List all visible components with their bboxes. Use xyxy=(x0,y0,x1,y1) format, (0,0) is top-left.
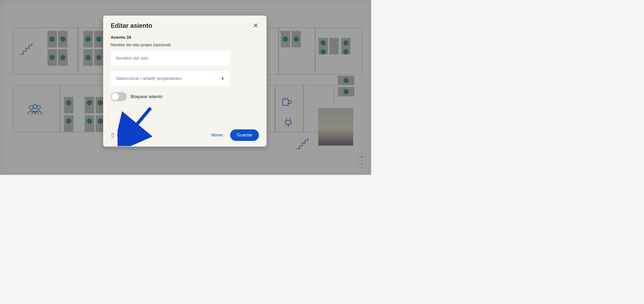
modal-title: Editar asiento xyxy=(111,22,152,29)
save-button[interactable]: Guardar xyxy=(230,129,259,141)
close-icon[interactable] xyxy=(252,22,259,29)
arrow-down-icon xyxy=(220,76,225,81)
lock-seat-label: Bloquear asiento xyxy=(130,94,162,99)
seat-name-label: Nombre del sitio propio (opcional) xyxy=(111,43,259,47)
delete-button[interactable]: Borrar xyxy=(111,133,129,138)
properties-select[interactable]: Seleccionar / añadir propiedades xyxy=(111,71,230,86)
properties-placeholder: Seleccionar / añadir propiedades xyxy=(116,76,182,81)
delete-label: Borrar xyxy=(117,133,129,138)
seat-label: Asiento 34 xyxy=(111,35,259,40)
edit-seat-modal: Editar asiento Asiento 34 Nombre del sit… xyxy=(103,15,266,147)
seat-name-input[interactable] xyxy=(111,51,230,66)
move-button[interactable]: Mover xyxy=(207,129,227,141)
lock-seat-toggle[interactable] xyxy=(111,92,127,101)
toggle-knob xyxy=(112,93,119,100)
